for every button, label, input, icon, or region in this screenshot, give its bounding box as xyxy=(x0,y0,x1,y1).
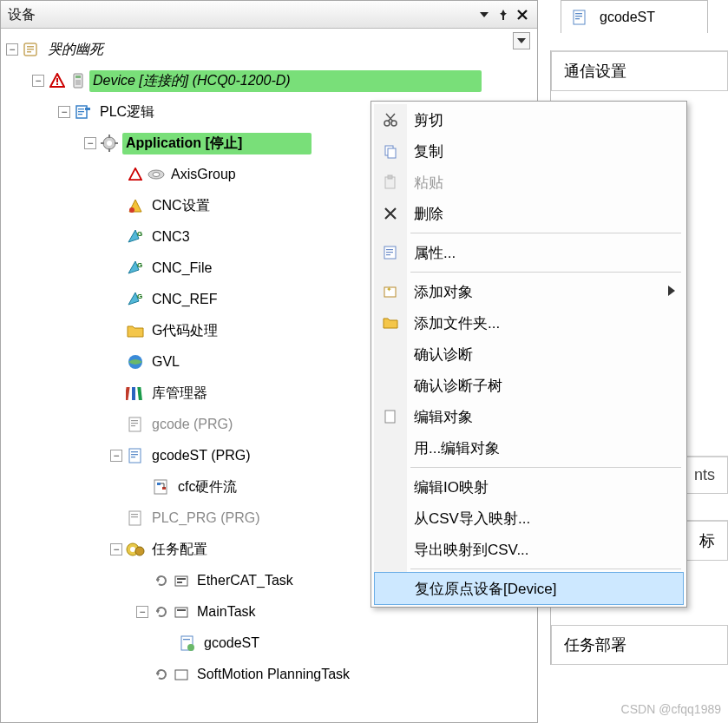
softmotion-planning-node[interactable]: SoftMotion PlanningTask xyxy=(136,659,537,690)
ctx-confirm-diag-sub[interactable]: 确认诊断子树 xyxy=(374,370,684,401)
pin-icon[interactable] xyxy=(494,5,513,24)
svg-marker-0 xyxy=(480,12,489,17)
context-menu: 剪切 复制 粘贴 删除 属性... ✦ 添加对象 添加文件夹... 确认诊断 确… xyxy=(371,101,687,608)
gcode-prg-label: gcode (PRG) xyxy=(148,415,236,434)
svg-rect-3 xyxy=(27,46,34,48)
ctx-reset-origin-device[interactable]: 复位原点设备[Device] xyxy=(374,572,684,605)
svg-rect-13 xyxy=(85,108,90,110)
editor-tab[interactable]: gcodeST xyxy=(561,0,708,33)
folder-icon xyxy=(379,312,402,334)
prg-icon xyxy=(126,446,145,465)
ctx-paste: 粘贴 xyxy=(374,167,684,198)
refresh-icon xyxy=(152,571,171,590)
ctx-export-csv[interactable]: 导出映射到CSV... xyxy=(374,534,684,565)
svg-rect-76 xyxy=(385,411,395,423)
collapse-icon[interactable]: − xyxy=(32,75,44,87)
svg-rect-15 xyxy=(78,111,84,112)
gcode-processing-label: G代码处理 xyxy=(148,320,221,342)
svg-rect-56 xyxy=(175,608,187,617)
collapse-icon[interactable]: − xyxy=(110,450,122,462)
ctx-copy[interactable]: 复制 xyxy=(374,135,684,167)
device-label: Device [连接的] (HCQ0-1200-D) xyxy=(89,70,482,92)
svg-text:G: G xyxy=(137,230,142,238)
svg-rect-36 xyxy=(131,423,138,424)
cnc3-label: CNC3 xyxy=(148,227,193,246)
cnc-icon: G xyxy=(126,290,145,309)
svg-point-64 xyxy=(391,121,397,126)
ctx-import-csv[interactable]: 从CSV导入映射... xyxy=(374,503,684,534)
section-communication-settings[interactable]: 通信设置 xyxy=(551,50,728,91)
ctx-properties-label: 属性... xyxy=(414,243,456,263)
close-icon[interactable] xyxy=(513,5,532,24)
tree-dropdown-button[interactable] xyxy=(513,32,530,49)
add-object-icon: ✦ xyxy=(379,280,402,303)
cnc-icon: G xyxy=(126,259,145,278)
svg-rect-7 xyxy=(56,78,58,82)
task-icon xyxy=(173,602,192,621)
ctx-delete[interactable]: 删除 xyxy=(374,198,684,229)
ctx-add-folder-label: 添加文件夹... xyxy=(414,313,500,333)
svg-rect-8 xyxy=(56,83,58,85)
collapse-icon[interactable]: − xyxy=(6,43,18,56)
ctx-properties[interactable]: 属性... xyxy=(374,237,684,268)
prg-icon xyxy=(126,509,145,528)
collapse-icon[interactable]: − xyxy=(58,106,70,118)
svg-rect-62 xyxy=(175,670,187,680)
svg-rect-4 xyxy=(27,49,34,50)
copy-icon xyxy=(379,140,402,162)
separator xyxy=(410,467,681,468)
svg-rect-77 xyxy=(574,10,585,24)
ctx-edit-with[interactable]: 用...编辑对象 xyxy=(374,432,684,463)
ctx-edit-object-label: 编辑对象 xyxy=(414,407,473,427)
ctx-add-folder[interactable]: 添加文件夹... xyxy=(374,307,684,338)
svg-rect-40 xyxy=(131,454,138,455)
svg-rect-31 xyxy=(126,387,130,400)
ctx-edit-io[interactable]: 编辑IO映射 xyxy=(374,471,684,503)
svg-rect-10 xyxy=(75,76,81,78)
svg-rect-53 xyxy=(177,578,186,580)
svg-point-60 xyxy=(187,644,194,651)
maintask-label: MainTask xyxy=(193,602,259,621)
svg-rect-52 xyxy=(175,576,187,586)
svg-rect-72 xyxy=(386,254,390,255)
ctx-confirm-diag[interactable]: 确认诊断 xyxy=(374,338,684,370)
project-root[interactable]: − 哭的幽死 xyxy=(6,34,537,65)
separator xyxy=(410,233,681,233)
svg-point-50 xyxy=(135,547,144,555)
section-task-deploy[interactable]: 任务部署 xyxy=(551,625,728,665)
svg-rect-37 xyxy=(131,425,135,426)
svg-rect-32 xyxy=(132,387,135,400)
ctx-add-object-label: 添加对象 xyxy=(414,282,473,302)
refresh-icon xyxy=(152,602,171,621)
prg-icon xyxy=(126,415,145,434)
device-icon xyxy=(69,71,88,90)
task-icon xyxy=(173,665,192,684)
collapse-icon[interactable]: − xyxy=(136,606,148,618)
ctx-confirm-diag-label: 确认诊断 xyxy=(414,345,473,365)
gcodest-ref-node[interactable]: gcodeST xyxy=(162,628,537,659)
ethercat-task-label: EtherCAT_Task xyxy=(193,571,297,590)
collapse-icon[interactable]: − xyxy=(110,543,122,555)
svg-rect-35 xyxy=(131,420,138,421)
svg-marker-1 xyxy=(517,38,526,43)
panel-dropdown-button[interactable] xyxy=(475,5,494,24)
task-config-icon xyxy=(126,540,145,559)
device-node[interactable]: − Device [连接的] (HCQ0-1200-D) xyxy=(32,65,537,96)
library-icon xyxy=(126,384,145,403)
svg-rect-79 xyxy=(575,16,582,16)
gcodest-prg-label: gcodeST (PRG) xyxy=(148,446,254,465)
svg-point-63 xyxy=(384,121,390,126)
submenu-arrow-icon xyxy=(668,283,675,300)
svg-rect-5 xyxy=(27,51,31,53)
ctx-confirm-diag-sub-label: 确认诊断子树 xyxy=(414,376,502,396)
ctx-add-object[interactable]: ✦ 添加对象 xyxy=(374,276,684,307)
svg-text:✦: ✦ xyxy=(386,286,392,293)
ctx-edit-object[interactable]: 编辑对象 xyxy=(374,401,684,432)
project-root-label: 哭的幽死 xyxy=(44,39,107,61)
svg-point-49 xyxy=(130,547,135,552)
collapse-icon[interactable]: − xyxy=(84,137,96,149)
refresh-icon xyxy=(152,665,171,684)
ctx-cut[interactable]: 剪切 xyxy=(374,104,684,135)
cfc-hardware-label: cfc硬件流 xyxy=(174,477,240,498)
svg-rect-38 xyxy=(129,449,141,463)
